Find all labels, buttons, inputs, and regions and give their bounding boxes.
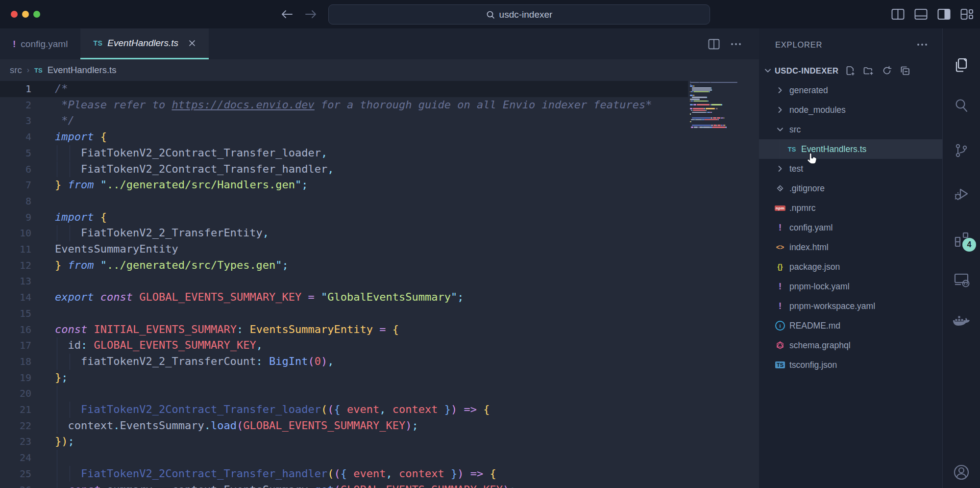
account-icon[interactable]	[943, 459, 980, 486]
tree-item-test[interactable]: test	[759, 159, 942, 179]
tree-item-label: pnpm-lock.yaml	[789, 282, 850, 292]
tree-item-eventhandlers-ts[interactable]: TSEventHandlers.ts	[759, 139, 942, 159]
tree-item-pnpm-lock-yaml[interactable]: !pnpm-lock.yaml	[759, 277, 942, 296]
line-number: 22	[0, 418, 31, 434]
chevron-right-icon	[775, 165, 785, 173]
tree-item-label: src	[789, 125, 801, 135]
line-number: 19	[0, 370, 31, 386]
indent-guide	[57, 450, 57, 466]
breadcrumb[interactable]: src › TS EventHandlers.ts	[0, 59, 759, 81]
line-number: 25	[0, 466, 31, 482]
line-number: 15	[0, 306, 31, 322]
tree-item-tsconfig-json[interactable]: TStsconfig.json	[759, 355, 942, 375]
line-text: */	[55, 113, 74, 129]
title-bar: usdc-indexer	[0, 0, 980, 28]
vscode-window: usdc-indexer ! config.yaml	[0, 0, 980, 488]
tree-item-readme-md[interactable]: iREADME.md	[759, 316, 942, 335]
line-number: 7	[0, 177, 31, 193]
tree-item-label: package.json	[789, 262, 840, 272]
line-number: 14	[0, 289, 31, 306]
search-icon[interactable]	[943, 92, 980, 119]
yaml-icon: !	[13, 39, 16, 50]
tree-item-index-html[interactable]: <>index.html	[759, 237, 942, 257]
line-number: 6	[0, 161, 31, 178]
code-line-19: 19};	[0, 370, 759, 386]
tree-item--npmrc[interactable]: npm.npmrc	[759, 198, 942, 218]
collapse-folders-icon[interactable]	[900, 66, 910, 76]
tree-item-config-yaml[interactable]: !config.yaml	[759, 218, 942, 237]
code-line-17: 17 id: GLOBAL_EVENTS_SUMMARY_KEY,	[0, 337, 759, 354]
project-section-header[interactable]: USDC-INDEXER	[759, 61, 942, 80]
customize-layout-icon[interactable]	[960, 8, 973, 20]
graphql-icon	[775, 341, 785, 350]
explorer-more-actions-icon[interactable]	[917, 43, 928, 46]
code-line-3: 3 */	[0, 113, 759, 129]
toggle-primary-sidebar-icon[interactable]	[891, 8, 905, 20]
tree-item-generated[interactable]: generated	[759, 80, 942, 100]
tab-eventhandlers-ts[interactable]: TS EventHandlers.ts	[80, 28, 209, 59]
tree-item-label: .gitignore	[789, 183, 825, 194]
tree-item-pnpm-workspace-yaml[interactable]: !pnpm-workspace.yaml	[759, 296, 942, 316]
code-line-7: 7} from "../generated/src/Handlers.gen";	[0, 177, 759, 193]
run-debug-icon[interactable]	[943, 180, 980, 207]
line-text: context.EventsSummary.load(GLOBAL_EVENTS…	[55, 418, 418, 434]
ts-icon: TS	[786, 146, 797, 153]
refresh-icon[interactable]	[882, 66, 892, 76]
line-number: 8	[0, 193, 31, 209]
breadcrumb-folder[interactable]: src	[10, 65, 22, 76]
toggle-panel-icon[interactable]	[914, 8, 928, 20]
chevron-down-icon	[775, 126, 785, 133]
forward-arrow-icon[interactable]	[305, 9, 318, 20]
split-editor-icon[interactable]	[708, 39, 720, 50]
line-text: FiatTokenV2_2_TransferEntity,	[55, 225, 269, 241]
line-text: });	[55, 434, 74, 450]
line-text: EventsSummaryEntity	[55, 241, 178, 257]
close-window-button[interactable]	[11, 11, 18, 18]
yaml-icon: !	[775, 282, 785, 292]
code-line-15: 15	[0, 306, 759, 322]
sidebar-title: EXPLORER	[775, 40, 822, 50]
new-file-icon[interactable]	[845, 66, 855, 76]
line-text: FiatTokenV2_2Contract_Transfer_handler((…	[55, 466, 496, 482]
docker-icon[interactable]	[943, 308, 980, 336]
breadcrumb-file[interactable]: EventHandlers.ts	[48, 65, 117, 76]
code-editor[interactable]: 1/*2 *Please refer to https://docs.envio…	[0, 81, 759, 488]
tab-config-yaml[interactable]: ! config.yaml	[0, 28, 80, 59]
minimize-window-button[interactable]	[22, 11, 29, 18]
line-number: 23	[0, 434, 31, 450]
remote-explorer-icon[interactable]	[943, 266, 980, 293]
window-controls	[11, 11, 40, 18]
tree-indent-guide	[780, 139, 780, 159]
chevron-right-icon: ›	[27, 66, 29, 75]
tree-item-src[interactable]: src	[759, 120, 942, 139]
source-control-icon[interactable]	[943, 137, 980, 164]
toggle-secondary-sidebar-icon[interactable]	[937, 8, 951, 20]
html-icon: <>	[775, 243, 785, 251]
line-number: 5	[0, 145, 31, 161]
chevron-right-icon	[775, 106, 785, 114]
code-line-2: 2 *Please refer to https://docs.envio.de…	[0, 97, 759, 113]
tree-item-schema-graphql[interactable]: schema.graphql	[759, 335, 942, 355]
code-line-9: 9import {	[0, 209, 759, 226]
chevron-right-icon	[775, 86, 785, 94]
new-folder-icon[interactable]	[863, 66, 874, 76]
code-line-25: 25 FiatTokenV2_2Contract_Transfer_handle…	[0, 466, 759, 482]
extensions-icon[interactable]: 4	[943, 225, 980, 253]
chevron-down-icon	[764, 67, 772, 75]
explorer-icon[interactable]	[943, 51, 980, 79]
code-line-6: 6 FiatTokenV2_2Contract_Transfer_handler…	[0, 161, 759, 178]
zoom-window-button[interactable]	[33, 11, 40, 18]
code-line-1: 1/*	[0, 81, 759, 97]
command-center-search[interactable]: usdc-indexer	[328, 4, 710, 25]
search-value: usdc-indexer	[499, 9, 553, 20]
back-arrow-icon[interactable]	[280, 9, 293, 20]
tree-item--gitignore[interactable]: .gitignore	[759, 179, 942, 198]
tree-item-package-json[interactable]: {}package.json	[759, 257, 942, 277]
tree-item-label: tsconfig.json	[789, 360, 837, 370]
more-actions-icon[interactable]	[731, 43, 741, 46]
tree-item-node-modules[interactable]: node_modules	[759, 100, 942, 120]
tree-item-label: test	[789, 164, 803, 174]
line-text: FiatTokenV2_2Contract_Transfer_loader(({…	[55, 402, 490, 418]
close-tab-icon[interactable]	[188, 39, 196, 47]
code-line-14: 14export const GLOBAL_EVENTS_SUMMARY_KEY…	[0, 289, 759, 306]
